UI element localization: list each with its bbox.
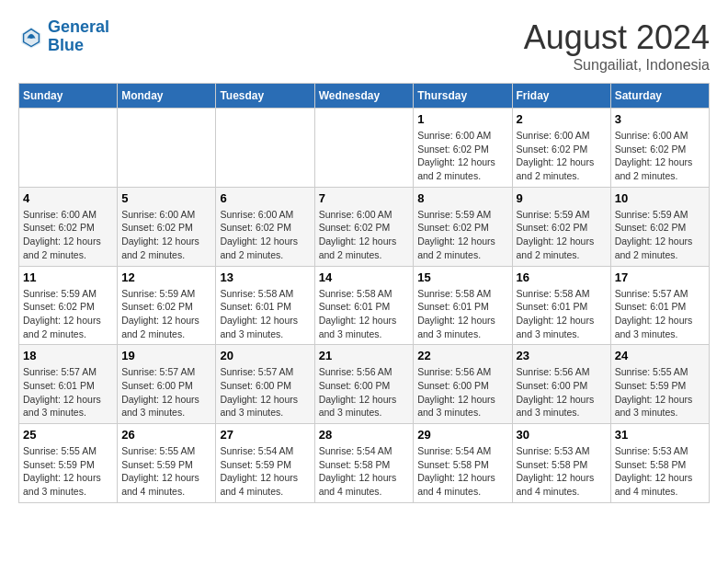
day-number: 22 [417, 349, 507, 362]
calendar-cell [216, 109, 314, 188]
day-info: Sunrise: 5:54 AM Sunset: 5:59 PM Dayligh… [220, 444, 310, 499]
day-number: 23 [517, 349, 607, 362]
calendar-cell: 29Sunrise: 5:54 AM Sunset: 5:58 PM Dayli… [414, 424, 512, 503]
calendar-cell: 24Sunrise: 5:55 AM Sunset: 5:59 PM Dayli… [610, 345, 709, 424]
day-info: Sunrise: 5:59 AM Sunset: 6:02 PM Dayligh… [517, 208, 607, 262]
calendar-header: SundayMondayTuesdayWednesdayThursdayFrid… [19, 84, 710, 109]
week-row-2: 4Sunrise: 6:00 AM Sunset: 6:02 PM Daylig… [19, 187, 710, 266]
day-info: Sunrise: 5:59 AM Sunset: 6:02 PM Dayligh… [121, 287, 211, 341]
calendar-cell: 23Sunrise: 5:56 AM Sunset: 6:00 PM Dayli… [512, 345, 610, 424]
main-title: August 2024 [524, 18, 710, 57]
calendar-cell: 19Sunrise: 5:57 AM Sunset: 6:00 PM Dayli… [118, 345, 216, 424]
calendar-cell: 15Sunrise: 5:58 AM Sunset: 6:01 PM Dayli… [414, 266, 512, 345]
day-info: Sunrise: 5:59 AM Sunset: 6:02 PM Dayligh… [417, 208, 507, 262]
day-number: 24 [615, 349, 705, 362]
calendar-cell: 11Sunrise: 5:59 AM Sunset: 6:02 PM Dayli… [19, 266, 118, 345]
subtitle: Sungailiat, Indonesia [524, 57, 710, 74]
logo-text: General Blue [48, 18, 109, 55]
weekday-header-saturday: Saturday [610, 84, 709, 109]
day-info: Sunrise: 5:59 AM Sunset: 6:02 PM Dayligh… [615, 208, 705, 262]
calendar-cell [118, 109, 216, 188]
day-info: Sunrise: 5:56 AM Sunset: 6:00 PM Dayligh… [517, 365, 607, 419]
day-info: Sunrise: 6:00 AM Sunset: 6:02 PM Dayligh… [319, 208, 410, 262]
calendar-cell: 8Sunrise: 5:59 AM Sunset: 6:02 PM Daylig… [414, 187, 512, 266]
calendar-cell: 9Sunrise: 5:59 AM Sunset: 6:02 PM Daylig… [512, 187, 610, 266]
week-row-4: 18Sunrise: 5:57 AM Sunset: 6:01 PM Dayli… [19, 345, 710, 424]
svg-point-2 [29, 35, 33, 39]
day-number: 28 [319, 428, 410, 442]
day-info: Sunrise: 5:57 AM Sunset: 6:00 PM Dayligh… [121, 365, 211, 419]
day-number: 2 [517, 112, 607, 126]
calendar-cell: 14Sunrise: 5:58 AM Sunset: 6:01 PM Dayli… [314, 266, 414, 345]
weekday-header-sunday: Sunday [19, 84, 118, 109]
calendar-cell: 18Sunrise: 5:57 AM Sunset: 6:01 PM Dayli… [19, 345, 118, 424]
calendar-cell: 4Sunrise: 6:00 AM Sunset: 6:02 PM Daylig… [19, 187, 118, 266]
weekday-header-wednesday: Wednesday [314, 84, 414, 109]
calendar-cell: 26Sunrise: 5:55 AM Sunset: 5:59 PM Dayli… [118, 424, 216, 503]
day-number: 27 [220, 428, 310, 442]
calendar-cell: 1Sunrise: 6:00 AM Sunset: 6:02 PM Daylig… [414, 109, 512, 188]
calendar-cell: 5Sunrise: 6:00 AM Sunset: 6:02 PM Daylig… [118, 187, 216, 266]
logo-line1: General [48, 17, 109, 36]
day-number: 10 [615, 191, 705, 205]
calendar-cell: 12Sunrise: 5:59 AM Sunset: 6:02 PM Dayli… [118, 266, 216, 345]
day-info: Sunrise: 6:00 AM Sunset: 6:02 PM Dayligh… [220, 208, 310, 262]
day-info: Sunrise: 5:54 AM Sunset: 5:58 PM Dayligh… [417, 444, 507, 499]
day-number: 11 [23, 270, 113, 284]
calendar-cell: 25Sunrise: 5:55 AM Sunset: 5:59 PM Dayli… [19, 424, 118, 503]
calendar-cell: 10Sunrise: 5:59 AM Sunset: 6:02 PM Dayli… [610, 187, 709, 266]
calendar-cell: 27Sunrise: 5:54 AM Sunset: 5:59 PM Dayli… [216, 424, 314, 503]
calendar: SundayMondayTuesdayWednesdayThursdayFrid… [18, 83, 710, 503]
calendar-body: 1Sunrise: 6:00 AM Sunset: 6:02 PM Daylig… [19, 109, 710, 503]
day-number: 20 [220, 349, 310, 362]
day-info: Sunrise: 5:56 AM Sunset: 6:00 PM Dayligh… [319, 365, 410, 419]
weekday-header-monday: Monday [118, 84, 216, 109]
day-info: Sunrise: 5:55 AM Sunset: 5:59 PM Dayligh… [23, 444, 113, 499]
calendar-cell: 28Sunrise: 5:54 AM Sunset: 5:58 PM Dayli… [314, 424, 414, 503]
day-info: Sunrise: 5:55 AM Sunset: 5:59 PM Dayligh… [615, 365, 705, 419]
day-number: 8 [417, 191, 507, 205]
day-info: Sunrise: 5:57 AM Sunset: 6:01 PM Dayligh… [23, 365, 113, 419]
day-info: Sunrise: 5:58 AM Sunset: 6:01 PM Dayligh… [220, 287, 310, 341]
day-number: 18 [23, 349, 113, 362]
day-number: 3 [615, 112, 705, 126]
day-info: Sunrise: 5:58 AM Sunset: 6:01 PM Dayligh… [319, 287, 410, 341]
day-number: 14 [319, 270, 410, 284]
day-number: 19 [121, 349, 211, 362]
day-number: 4 [23, 191, 113, 205]
weekday-header-thursday: Thursday [414, 84, 512, 109]
logo-icon [18, 24, 44, 50]
day-number: 17 [615, 270, 705, 284]
day-info: Sunrise: 5:58 AM Sunset: 6:01 PM Dayligh… [517, 287, 607, 341]
day-info: Sunrise: 6:00 AM Sunset: 6:02 PM Dayligh… [417, 129, 507, 183]
calendar-cell: 17Sunrise: 5:57 AM Sunset: 6:01 PM Dayli… [610, 266, 709, 345]
calendar-cell: 31Sunrise: 5:53 AM Sunset: 5:58 PM Dayli… [610, 424, 709, 503]
calendar-cell: 13Sunrise: 5:58 AM Sunset: 6:01 PM Dayli… [216, 266, 314, 345]
day-info: Sunrise: 5:53 AM Sunset: 5:58 PM Dayligh… [615, 444, 705, 499]
calendar-cell: 21Sunrise: 5:56 AM Sunset: 6:00 PM Dayli… [314, 345, 414, 424]
day-number: 30 [517, 428, 607, 442]
day-number: 25 [23, 428, 113, 442]
logo: General Blue [18, 18, 109, 55]
day-number: 21 [319, 349, 410, 362]
day-number: 29 [417, 428, 507, 442]
week-row-3: 11Sunrise: 5:59 AM Sunset: 6:02 PM Dayli… [19, 266, 710, 345]
calendar-cell: 30Sunrise: 5:53 AM Sunset: 5:58 PM Dayli… [512, 424, 610, 503]
calendar-cell: 2Sunrise: 6:00 AM Sunset: 6:02 PM Daylig… [512, 109, 610, 188]
day-info: Sunrise: 5:54 AM Sunset: 5:58 PM Dayligh… [319, 444, 410, 499]
day-info: Sunrise: 6:00 AM Sunset: 6:02 PM Dayligh… [23, 208, 113, 262]
day-number: 1 [417, 112, 507, 126]
logo-line2: Blue [48, 36, 84, 54]
calendar-cell: 22Sunrise: 5:56 AM Sunset: 6:00 PM Dayli… [414, 345, 512, 424]
day-info: Sunrise: 5:57 AM Sunset: 6:01 PM Dayligh… [615, 287, 705, 341]
day-number: 16 [517, 270, 607, 284]
calendar-cell: 20Sunrise: 5:57 AM Sunset: 6:00 PM Dayli… [216, 345, 314, 424]
day-info: Sunrise: 5:53 AM Sunset: 5:58 PM Dayligh… [517, 444, 607, 499]
calendar-cell: 6Sunrise: 6:00 AM Sunset: 6:02 PM Daylig… [216, 187, 314, 266]
weekday-header-row: SundayMondayTuesdayWednesdayThursdayFrid… [19, 84, 710, 109]
day-number: 6 [220, 191, 310, 205]
day-number: 9 [517, 191, 607, 205]
day-info: Sunrise: 5:56 AM Sunset: 6:00 PM Dayligh… [417, 365, 507, 419]
day-number: 7 [319, 191, 410, 205]
calendar-cell: 7Sunrise: 6:00 AM Sunset: 6:02 PM Daylig… [314, 187, 414, 266]
